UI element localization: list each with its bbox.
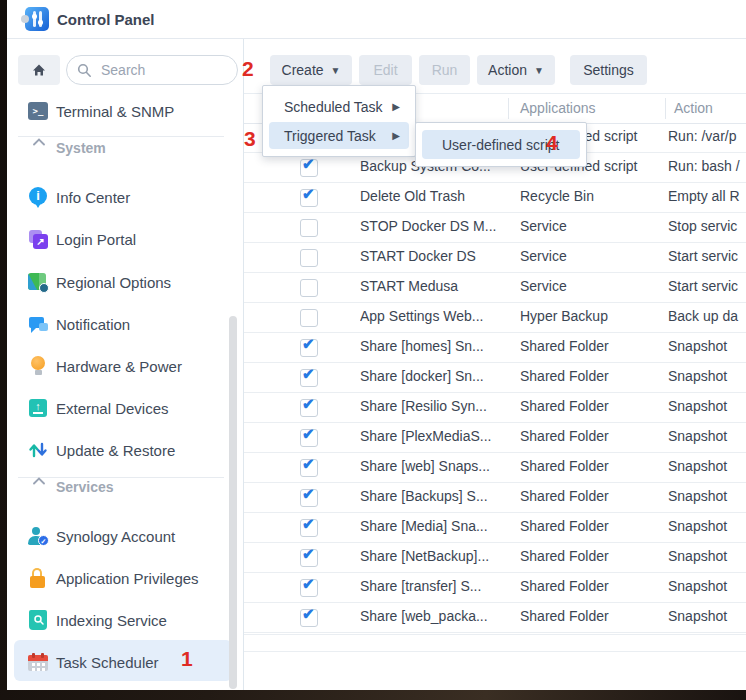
row-app: Shared Folder (520, 548, 664, 564)
sidebar-item-external-devices[interactable]: ↑ External Devices (7, 387, 243, 429)
row-checkbox[interactable]: ✔ (300, 309, 318, 327)
row-checkbox[interactable]: ✔ (300, 519, 318, 537)
sidebar-item-update-restore[interactable]: Update & Restore (7, 429, 243, 471)
column-header-action[interactable]: Action (674, 100, 713, 116)
row-checkbox[interactable]: ✔ (300, 339, 318, 357)
sidebar-item-info-center[interactable]: i Info Center (7, 176, 243, 218)
row-checkbox[interactable]: ✔ (300, 429, 318, 447)
notification-icon (27, 313, 49, 335)
sidebar-item-regional-options[interactable]: Regional Options (7, 261, 243, 303)
row-checkbox[interactable]: ✔ (300, 579, 318, 597)
row-app: Shared Folder (520, 518, 664, 534)
row-checkbox[interactable]: ✔ (300, 609, 318, 627)
row-name: Share [Media] Sna... (360, 518, 518, 534)
row-action: Start servic (668, 248, 746, 264)
caret-down-icon: ▼ (331, 65, 341, 76)
menu-item-scheduled-task[interactable]: Scheduled Task ▶ (269, 93, 409, 120)
row-checkbox[interactable]: ✔ (300, 219, 318, 237)
column-header-applications[interactable]: Applications (520, 100, 596, 116)
checkmark-icon: ✔ (302, 185, 315, 203)
row-name: Share [homes] Sn... (360, 338, 518, 354)
row-action: Snapshot (668, 518, 746, 534)
row-checkbox[interactable]: ✔ (300, 249, 318, 267)
table-row[interactable]: ✔ App Settings Web... Hyper Backup Back … (244, 303, 746, 333)
menu-item-triggered-task[interactable]: Triggered Task ▶ (269, 122, 409, 149)
row-action: Run: bash / (668, 158, 746, 174)
row-name: Share [web] Snaps... (360, 458, 518, 474)
table-row[interactable]: ✔ STOP Docker DS M... Service Stop servi… (244, 213, 746, 243)
table-row[interactable]: ✔ START Medusa Service Start servic (244, 273, 746, 303)
row-action: Snapshot (668, 608, 746, 624)
sidebar-item-synology-account[interactable]: ✓ Synology Account (7, 515, 243, 557)
hardware-power-icon (27, 355, 49, 377)
update-restore-icon (27, 439, 49, 461)
divider (244, 634, 746, 635)
row-checkbox[interactable]: ✔ (300, 399, 318, 417)
control-panel-window: Control Panel >_ Terminal & SNMP (7, 0, 746, 690)
checkmark-icon: ✔ (302, 365, 315, 383)
table-row[interactable]: ✔ Share [docker] Sn... Shared Folder Sna… (244, 363, 746, 393)
row-name: Share [web_packa... (360, 608, 518, 624)
sidebar-item-notification[interactable]: Notification (7, 303, 243, 345)
row-name: Share [NetBackup]... (360, 548, 518, 564)
row-name: Delete Old Trash (360, 188, 518, 204)
table-row[interactable]: ✔ Share [Media] Sna... Shared Folder Sna… (244, 513, 746, 543)
row-app: Service (520, 218, 664, 234)
table-row[interactable]: ✔ Share [NetBackup]... Shared Folder Sna… (244, 543, 746, 573)
table-row[interactable]: ✔ Share [transfer] S... Shared Folder Sn… (244, 573, 746, 603)
row-app: Shared Folder (520, 338, 664, 354)
section-header-services[interactable]: Services (7, 466, 243, 508)
sidebar-item-application-privileges[interactable]: Application Privileges (7, 557, 243, 599)
table-row[interactable]: ✔ Share [Resilio Syn... Shared Folder Sn… (244, 393, 746, 423)
row-action: Snapshot (668, 578, 746, 594)
section-header-system[interactable]: System (7, 127, 243, 169)
chevron-up-icon (33, 138, 45, 146)
control-panel-icon (25, 7, 49, 31)
row-action: Snapshot (668, 428, 746, 444)
table-row[interactable]: ✔ Share [PlexMediaS... Shared Folder Sna… (244, 423, 746, 453)
checkmark-icon: ✔ (302, 485, 315, 503)
search-box[interactable] (66, 55, 238, 85)
login-portal-icon: ↗ (27, 228, 49, 250)
settings-button[interactable]: Settings (570, 55, 647, 85)
row-name: STOP Docker DS M... (360, 218, 518, 234)
annotation-step-1: 1 (181, 647, 193, 671)
create-button[interactable]: Create▼ (270, 55, 352, 85)
task-scheduler-icon (27, 651, 49, 673)
row-checkbox[interactable]: ✔ (300, 189, 318, 207)
edit-button[interactable]: Edit (359, 55, 412, 85)
table-row[interactable]: ✔ Share [web_packa... Shared Folder Snap… (244, 603, 746, 633)
checkmark-icon: ✔ (302, 605, 315, 623)
sidebar-scrollbar[interactable] (229, 316, 237, 689)
row-checkbox[interactable]: ✔ (300, 279, 318, 297)
sidebar-item-login-portal[interactable]: ↗ Login Portal (7, 218, 243, 260)
table-row[interactable]: ✔ START Docker DS Service Start servic (244, 243, 746, 273)
row-checkbox[interactable]: ✔ (300, 489, 318, 507)
row-app: Shared Folder (520, 428, 664, 444)
row-checkbox[interactable]: ✔ (300, 369, 318, 387)
table-row[interactable]: ✔ Share [Backups] S... Shared Folder Sna… (244, 483, 746, 513)
table-row[interactable]: ✔ Share [web] Snaps... Shared Folder Sna… (244, 453, 746, 483)
regional-options-icon (27, 271, 49, 293)
search-input[interactable] (99, 61, 213, 79)
table-row[interactable]: ✔ Delete Old Trash Recycle Bin Empty all… (244, 183, 746, 213)
sidebar-item-task-scheduler[interactable]: Task Scheduler (7, 641, 243, 683)
sidebar-item-hardware-power[interactable]: Hardware & Power (7, 345, 243, 387)
annotation-step-2: 2 (242, 57, 254, 81)
run-button[interactable]: Run (419, 55, 470, 85)
table-row[interactable]: ✔ Share [homes] Sn... Shared Folder Snap… (244, 333, 746, 363)
action-button[interactable]: Action▼ (477, 55, 555, 85)
row-name: START Docker DS (360, 248, 518, 264)
row-action: Snapshot (668, 338, 746, 354)
sidebar-item-indexing-service[interactable]: Indexing Service (7, 599, 243, 641)
row-checkbox[interactable]: ✔ (300, 549, 318, 567)
row-action: Start servic (668, 278, 746, 294)
submenu-arrow-icon: ▶ (392, 130, 400, 141)
sidebar-item-terminal-snmp[interactable]: >_ Terminal & SNMP (7, 90, 243, 132)
row-checkbox[interactable]: ✔ (300, 159, 318, 177)
row-checkbox[interactable]: ✔ (300, 459, 318, 477)
home-button[interactable] (18, 55, 60, 85)
row-app: Shared Folder (520, 368, 664, 384)
row-action: Stop servic (668, 218, 746, 234)
triggered-task-submenu: User-defined script (415, 122, 587, 167)
